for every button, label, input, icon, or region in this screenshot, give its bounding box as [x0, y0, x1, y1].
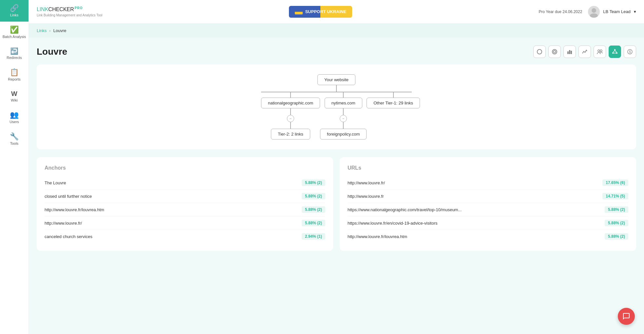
logo: LINKCHECKERPRO Link Building Management …	[37, 6, 103, 17]
view-line-button[interactable]	[578, 46, 591, 58]
tier1-node-2: Other Tier-1: 29 links	[367, 98, 420, 108]
logo-link-text: LINK	[37, 7, 48, 12]
page-title: Louvre	[37, 46, 67, 57]
chevron-down-icon[interactable]: ▾	[634, 9, 636, 14]
anchor-label: canceled church services	[45, 234, 92, 239]
anchor-percent: 2.94% (1)	[302, 233, 325, 240]
anchor-percent: 5.88% (2)	[302, 220, 325, 226]
sidebar-item-users[interactable]: 👥 Users	[0, 107, 28, 128]
anchor-percent: 5.88% (2)	[302, 206, 325, 213]
user-name: LB Team Lead	[603, 9, 631, 14]
view-circle-button[interactable]	[533, 46, 546, 58]
root-node: Your website	[317, 74, 355, 85]
sidebar-item-reports[interactable]: 📋 Reports	[0, 64, 28, 86]
svg-rect-7	[571, 51, 572, 54]
users-icon: 👥	[10, 111, 19, 119]
anchor-percent: 5.88% (2)	[302, 193, 325, 199]
svg-point-8	[598, 50, 600, 52]
redirects-icon: ↩️	[10, 48, 18, 54]
wiki-icon: W	[11, 90, 17, 97]
svg-point-10	[614, 49, 616, 50]
tree-diagram: Your website	[47, 74, 626, 139]
url-label: https://www.louvre.fr/en/covid-19-advice…	[348, 221, 438, 226]
avatar	[588, 6, 600, 18]
sidebar-item-redirects[interactable]: ↩️ Redirects	[0, 43, 28, 64]
breadcrumb: Links › Louvre	[29, 24, 644, 38]
svg-line-13	[613, 50, 615, 52]
anchor-label: The Louvre	[45, 180, 66, 185]
header: LINKCHECKERPRO Link Building Management …	[29, 0, 644, 24]
support-button-label: SUPPORT UKRAINE	[305, 9, 347, 14]
sidebar-item-label: Batch Analysis	[3, 35, 26, 39]
svg-point-9	[600, 50, 602, 52]
logo-subtitle: Link Building Management and Analytics T…	[37, 13, 103, 17]
anchor-percent: 5.88% (2)	[302, 179, 325, 186]
main-area: LINKCHECKERPRO Link Building Management …	[29, 0, 644, 334]
tier1-node-1: nytimes.com	[325, 98, 362, 108]
urls-panel: URLs http://www.louvre.fr/ 17.65% (6) ht…	[340, 157, 636, 251]
svg-text:$: $	[629, 50, 631, 54]
view-donut-button[interactable]	[548, 46, 561, 58]
tier1-collapse-1[interactable]: −	[340, 115, 347, 122]
sidebar-item-tools[interactable]: 🔧 Tools	[0, 128, 28, 150]
reports-icon: 📋	[10, 69, 19, 76]
bottom-panels: Anchors The Louvre 5.88% (2) closed unti…	[37, 157, 636, 251]
logo-pro-text: PRO	[75, 6, 83, 10]
sidebar-item-label: Reports	[8, 77, 21, 81]
list-item: http://www.louvre.fr/ 5.88% (2)	[45, 216, 325, 230]
batch-icon: ✅	[10, 26, 19, 33]
anchor-label: http://www.louvre.fr/	[45, 221, 82, 226]
svg-rect-5	[567, 51, 569, 54]
link-diagram: Your website	[37, 65, 636, 149]
breadcrumb-links[interactable]: Links	[37, 28, 47, 33]
view-icons-toolbar: $	[533, 46, 636, 58]
pro-due-text: Pro Year due 24.06.2022	[539, 9, 582, 14]
svg-point-3	[552, 49, 557, 54]
anchors-title: Anchors	[45, 165, 325, 171]
svg-point-2	[537, 49, 542, 54]
sidebar-item-label: Users	[9, 120, 19, 124]
sidebar-item-label: Wiki	[11, 98, 18, 102]
list-item: http://www.louvre.fr 14.71% (5)	[348, 190, 628, 203]
project-area: Louvre	[29, 38, 644, 251]
sidebar-item-links[interactable]: 🔗 Links	[0, 0, 28, 22]
list-item: closed until further notice 5.88% (2)	[45, 190, 325, 203]
list-item: http://www.louvre.fr/ 17.65% (6)	[348, 176, 628, 190]
url-percent: 5.88% (2)	[605, 233, 628, 240]
svg-point-0	[592, 8, 596, 13]
url-label: https://www.nationalgeographic.com/trave…	[348, 207, 462, 212]
url-percent: 5.88% (2)	[605, 220, 628, 226]
anchor-label: http://www.louvre.fr/louvrea.htm	[45, 207, 104, 212]
links-icon: 🔗	[10, 5, 19, 12]
tier2-node-0: Tier-2: 2 links	[271, 129, 310, 139]
list-item: https://www.nationalgeographic.com/trave…	[348, 203, 628, 216]
logo-checker-text: CHECKER	[48, 7, 74, 12]
view-network-button[interactable]	[609, 46, 621, 58]
anchor-label: closed until further notice	[45, 194, 92, 199]
urls-title: URLs	[348, 165, 628, 171]
content-area: Links › Louvre Louvre	[29, 24, 644, 334]
url-percent: 17.65% (6)	[602, 179, 628, 186]
sidebar-item-label: Tools	[10, 141, 19, 145]
sidebar-item-wiki[interactable]: W Wiki	[0, 86, 28, 107]
chat-button[interactable]	[618, 308, 635, 325]
sidebar-item-label: Redirects	[7, 56, 22, 60]
view-bar-button[interactable]	[563, 46, 576, 58]
ukraine-flag-icon	[295, 9, 303, 14]
list-item: canceled church services 2.94% (1)	[45, 230, 325, 243]
tier1-collapse-0[interactable]: −	[287, 115, 294, 122]
view-dollar-button[interactable]: $	[624, 46, 636, 58]
tools-icon: 🔧	[10, 133, 19, 140]
tier1-node-0: nationalgeographic.com	[261, 98, 320, 108]
list-item: https://www.louvre.fr/en/covid-19-advice…	[348, 216, 628, 230]
support-ukraine-button[interactable]: SUPPORT UKRAINE	[289, 6, 352, 18]
list-item: http://www.louvre.fr/louvrea.htm 5.88% (…	[45, 203, 325, 216]
svg-point-1	[590, 13, 598, 18]
view-people-button[interactable]	[594, 46, 606, 58]
sidebar: 🔗 Links ✅ Batch Analysis ↩️ Redirects 📋 …	[0, 0, 29, 334]
sidebar-item-batch[interactable]: ✅ Batch Analysis	[0, 22, 28, 43]
svg-rect-6	[569, 50, 570, 54]
svg-line-14	[615, 50, 617, 52]
url-percent: 5.88% (2)	[605, 206, 628, 213]
list-item: http://www.louvre.fr/louvrea.htm 5.88% (…	[348, 230, 628, 243]
